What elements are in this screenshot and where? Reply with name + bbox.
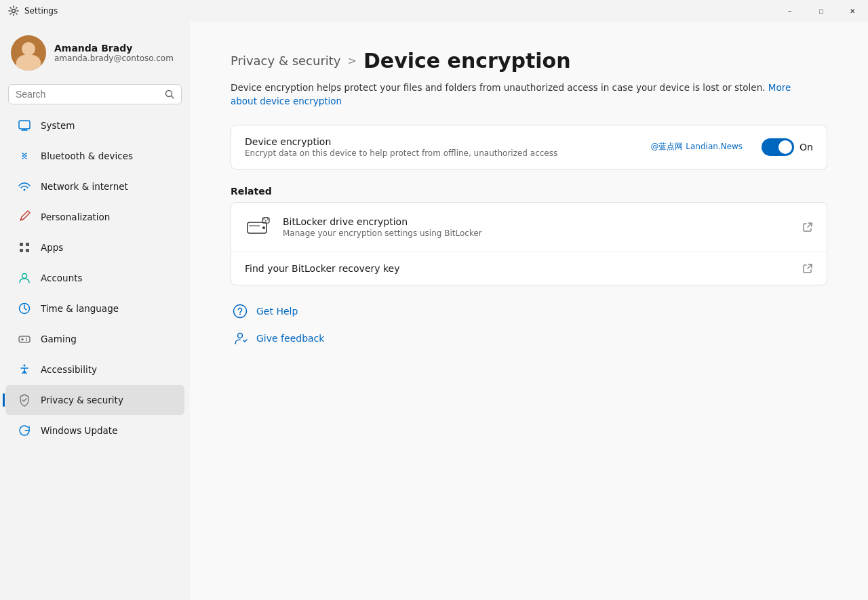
sidebar-label-accounts: Accounts	[41, 273, 83, 283]
main-content: Privacy & security > Device encryption D…	[190, 22, 868, 600]
system-icon	[16, 117, 33, 134]
bluetooth-icon	[16, 148, 33, 164]
svg-point-26	[238, 333, 243, 338]
card-subtitle: Encrypt data on this device to help prot…	[245, 148, 650, 158]
svg-line-2	[172, 96, 174, 99]
breadcrumb: Privacy & security > Device encryption	[231, 49, 827, 73]
avatar	[11, 35, 46, 71]
personalization-icon	[16, 209, 33, 225]
svg-rect-10	[26, 249, 29, 252]
get-help-label: Get Help	[256, 306, 298, 317]
recovery-title: Find your BitLocker recovery key	[245, 263, 802, 274]
svg-point-25	[239, 313, 241, 315]
title-bar: Settings − □ ✕	[0, 0, 868, 22]
apps-icon	[16, 239, 33, 256]
device-encryption-card: Device encryption Encrypt data on this d…	[231, 125, 827, 169]
sidebar-label-system: System	[41, 120, 75, 131]
search-icon	[165, 89, 174, 99]
card-title: Device encryption	[245, 136, 650, 147]
get-help-link[interactable]: Get Help	[231, 302, 827, 321]
sidebar-item-apps[interactable]: Apps	[5, 233, 184, 262]
svg-rect-13	[19, 336, 30, 342]
external-link-icon-2	[802, 263, 813, 274]
sidebar-item-update[interactable]: Windows Update	[5, 416, 184, 445]
sidebar-label-apps: Apps	[41, 242, 63, 253]
user-info: Amanda Brady amanda.brady@contoso.com	[54, 43, 179, 63]
device-encryption-row: Device encryption Encrypt data on this d…	[231, 125, 827, 169]
svg-point-20	[262, 226, 265, 229]
sidebar-item-time[interactable]: Time & language	[5, 294, 184, 323]
external-link-icon	[802, 222, 813, 233]
sidebar-label-time: Time & language	[41, 303, 119, 314]
svg-rect-3	[19, 121, 30, 129]
user-name: Amanda Brady	[54, 43, 179, 54]
time-icon	[16, 300, 33, 317]
sidebar-label-personalization: Personalization	[41, 212, 110, 222]
related-card: BitLocker drive encryption Manage your e…	[231, 202, 827, 285]
breadcrumb-arrow: >	[348, 54, 357, 67]
toggle-container: On	[762, 138, 813, 156]
accessibility-icon	[16, 361, 33, 378]
related-item-bitlocker[interactable]: BitLocker drive encryption Manage your e…	[231, 203, 827, 252]
svg-point-18	[24, 365, 26, 367]
app-layout: Amanda Brady amanda.brady@contoso.com	[0, 22, 868, 600]
app-title: Settings	[24, 6, 58, 16]
search-box[interactable]	[8, 84, 182, 104]
recovery-info: Find your BitLocker recovery key	[245, 263, 802, 274]
sidebar: Amanda Brady amanda.brady@contoso.com	[0, 22, 190, 600]
user-email: amanda.brady@contoso.com	[54, 54, 179, 63]
sidebar-label-accessibility: Accessibility	[41, 364, 97, 375]
help-section: Get Help Give feedback	[231, 302, 827, 348]
card-action: @蓝点网 Landian.News On	[650, 138, 813, 156]
get-help-icon	[231, 302, 250, 321]
bitlocker-info: BitLocker drive encryption Manage your e…	[283, 216, 802, 238]
feedback-icon	[231, 329, 250, 348]
bitlocker-title: BitLocker drive encryption	[283, 216, 802, 227]
bitlocker-icon	[245, 214, 272, 241]
svg-point-24	[234, 304, 247, 317]
svg-rect-9	[20, 249, 23, 252]
sidebar-label-update: Windows Update	[41, 425, 117, 436]
sidebar-item-accounts[interactable]: Accounts	[5, 263, 184, 293]
close-button[interactable]: ✕	[837, 0, 868, 22]
encryption-toggle[interactable]	[762, 138, 794, 156]
title-bar-left: Settings	[8, 5, 58, 16]
sidebar-item-gaming[interactable]: Gaming	[5, 324, 184, 354]
sidebar-label-gaming: Gaming	[41, 334, 77, 344]
network-icon	[16, 178, 33, 195]
minimize-button[interactable]: −	[774, 0, 806, 22]
accounts-icon	[16, 270, 33, 286]
related-header: Related	[231, 186, 827, 197]
page-title: Device encryption	[363, 49, 571, 73]
svg-point-17	[26, 340, 27, 341]
svg-point-0	[12, 9, 16, 13]
svg-rect-7	[20, 243, 23, 246]
feedback-label: Give feedback	[256, 333, 324, 344]
svg-point-16	[26, 338, 27, 340]
maximize-button[interactable]: □	[806, 0, 837, 22]
svg-point-6	[24, 189, 26, 191]
sidebar-item-accessibility[interactable]: Accessibility	[5, 355, 184, 384]
sidebar-label-bluetooth: Bluetooth & devices	[41, 151, 133, 161]
settings-icon	[8, 5, 19, 16]
user-section[interactable]: Amanda Brady amanda.brady@contoso.com	[0, 22, 190, 81]
related-item-recovery[interactable]: Find your BitLocker recovery key	[231, 252, 827, 285]
toggle-label: On	[800, 142, 813, 153]
sidebar-item-system[interactable]: System	[5, 111, 184, 140]
nav-list: System Bluetooth & devices	[0, 110, 190, 446]
privacy-icon	[16, 392, 33, 408]
sidebar-label-privacy: Privacy & security	[41, 395, 123, 405]
give-feedback-link[interactable]: Give feedback	[231, 329, 827, 348]
update-icon	[16, 422, 33, 439]
svg-point-23	[265, 220, 267, 221]
sidebar-item-privacy[interactable]: Privacy & security	[5, 385, 184, 415]
sidebar-item-bluetooth[interactable]: Bluetooth & devices	[5, 141, 184, 171]
sidebar-item-network[interactable]: Network & internet	[5, 172, 184, 201]
svg-point-11	[22, 274, 27, 279]
search-input[interactable]	[16, 89, 159, 100]
sidebar-item-personalization[interactable]: Personalization	[5, 202, 184, 232]
gaming-icon	[16, 331, 33, 347]
page-description: Device encryption helps protect your fil…	[231, 81, 807, 108]
breadcrumb-parent[interactable]: Privacy & security	[231, 54, 341, 68]
window-controls: − □ ✕	[774, 0, 868, 22]
